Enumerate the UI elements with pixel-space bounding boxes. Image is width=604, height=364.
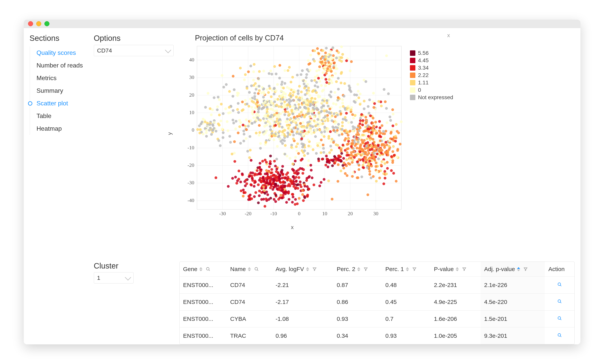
- sort-icon[interactable]: [357, 267, 360, 271]
- sort-icon[interactable]: [517, 267, 520, 271]
- view-action-search-icon[interactable]: [557, 299, 562, 304]
- column-header-action: Action: [545, 262, 574, 277]
- sort-icon[interactable]: [306, 267, 309, 271]
- sidebar-item-scatter-plot[interactable]: Scatter plot: [37, 97, 88, 110]
- cell-name: CD74: [227, 294, 272, 311]
- sidebar-item-label: Summary: [37, 87, 63, 94]
- legend-item: 4.45: [410, 57, 461, 64]
- legend-swatch-icon: [410, 95, 415, 100]
- results-table: GeneNameAvg. logFVPerc. 2Perc. 1P-valueA…: [179, 262, 575, 344]
- table-row: ENST000...TRAC0.960.340.931.0e-2059.3e-2…: [180, 328, 574, 344]
- svg-point-8: [558, 316, 561, 319]
- scatter-plot[interactable]: y: [179, 44, 405, 223]
- cluster-select-value: 1: [97, 275, 101, 281]
- cell-logfv: 0.96: [272, 328, 333, 344]
- cell-name: CD74: [227, 277, 272, 294]
- column-header-adj-p-value[interactable]: Adj. p-value: [481, 262, 545, 277]
- column-header-label: Name: [230, 266, 246, 272]
- sort-icon[interactable]: [199, 267, 202, 271]
- svg-line-11: [560, 336, 561, 337]
- cell-p1: 0.93: [382, 328, 430, 344]
- svg-line-1: [209, 270, 210, 271]
- legend-label: 3.34: [418, 65, 429, 71]
- column-header-label: Perc. 2: [337, 266, 355, 272]
- gene-select[interactable]: CD74: [94, 45, 174, 56]
- anchor-marker-icon: [28, 101, 32, 106]
- legend-item: 3.34: [410, 65, 461, 71]
- sidebar-item-metrics[interactable]: Metrics: [37, 72, 88, 85]
- chart-panel: x Projection of cells by CD74 y x 5.564.…: [179, 34, 575, 231]
- column-header-perc-2[interactable]: Perc. 2: [333, 262, 382, 277]
- column-header-gene[interactable]: Gene: [180, 262, 227, 277]
- column-header-avg-logfv[interactable]: Avg. logFV: [272, 262, 333, 277]
- close-icon[interactable]: x: [447, 32, 450, 38]
- legend-swatch-icon: [410, 65, 415, 71]
- legend-label: 0: [418, 87, 421, 93]
- sidebar-item-number-of-reads[interactable]: Number of reads: [37, 59, 88, 72]
- fullscreen-window-button[interactable]: [44, 21, 50, 26]
- cell-logfv: -1.08: [272, 311, 333, 328]
- x-axis-label: x: [179, 224, 405, 231]
- cell-gene: ENST000...: [180, 294, 227, 311]
- filter-icon[interactable]: [412, 267, 417, 271]
- close-window-button[interactable]: [28, 21, 33, 26]
- svg-point-10: [558, 333, 561, 336]
- view-action-search-icon[interactable]: [557, 333, 562, 338]
- filter-icon[interactable]: [364, 267, 368, 271]
- sidebar-item-label: Table: [37, 112, 51, 119]
- column-header-name[interactable]: Name: [227, 262, 272, 277]
- filter-icon[interactable]: [312, 267, 317, 271]
- cell-gene: ENST000...: [180, 311, 227, 328]
- cell-pv: 1.0e-205: [430, 328, 481, 344]
- sort-icon[interactable]: [456, 267, 459, 271]
- legend-swatch-icon: [410, 80, 415, 85]
- legend-label: 2.22: [418, 72, 429, 78]
- svg-point-2: [255, 267, 258, 270]
- cell-name: CYBA: [227, 311, 272, 328]
- table-row: ENST000...CD74-2.170.860.454.9e-2254.5e-…: [180, 294, 574, 311]
- minimize-window-button[interactable]: [36, 21, 41, 26]
- sidebar-item-quality-scores[interactable]: Quality scores: [37, 47, 88, 59]
- search-icon[interactable]: [206, 267, 211, 272]
- column-header-label: P-value: [434, 266, 454, 272]
- column-header-label: Avg. logFV: [276, 266, 304, 272]
- cell-p1: 0.45: [382, 294, 430, 311]
- sidebar-item-summary[interactable]: Summary: [37, 85, 88, 97]
- filter-icon[interactable]: [462, 267, 466, 271]
- cell-pv: 2.2e-231: [430, 277, 481, 294]
- sort-icon[interactable]: [248, 267, 251, 271]
- sort-icon[interactable]: [406, 267, 409, 271]
- cell-pv: 1.6e-206: [430, 311, 481, 328]
- filter-icon[interactable]: [523, 267, 528, 271]
- legend-item: 5.56: [410, 50, 461, 56]
- anchor-nav: Quality scoresNumber of readsMetricsSumm…: [30, 47, 88, 135]
- view-action-search-icon[interactable]: [557, 316, 562, 321]
- table-row: ENST000...CYBA-1.080.930.71.6e-2061.5e-2…: [180, 311, 574, 328]
- color-legend: 5.564.453.342.221.110Not expressed: [410, 50, 461, 102]
- cell-pv: 4.9e-225: [430, 294, 481, 311]
- search-icon[interactable]: [254, 267, 259, 272]
- cell-apv: 4.5e-220: [481, 294, 545, 311]
- cluster-select[interactable]: 1: [94, 272, 134, 283]
- column-header-p-value[interactable]: P-value: [430, 262, 481, 277]
- cell-p2: 0.87: [333, 277, 382, 294]
- column-header-perc-1[interactable]: Perc. 1: [382, 262, 430, 277]
- legend-label: 5.56: [418, 50, 429, 56]
- svg-point-0: [206, 267, 209, 270]
- legend-swatch-icon: [410, 73, 415, 78]
- sidebar-item-label: Heatmap: [37, 125, 62, 132]
- app-window: Sections Quality scoresNumber of readsMe…: [24, 20, 580, 344]
- sidebar-item-heatmap[interactable]: Heatmap: [37, 122, 88, 135]
- cluster-title: Cluster: [94, 262, 174, 270]
- cell-logfv: -2.21: [272, 277, 333, 294]
- sidebar: Sections Quality scoresNumber of readsMe…: [30, 34, 88, 231]
- view-action-search-icon[interactable]: [557, 282, 562, 287]
- column-header-label: Gene: [183, 266, 197, 272]
- sidebar-title: Sections: [30, 34, 88, 43]
- titlebar: [24, 20, 580, 28]
- options-title: Options: [94, 34, 174, 43]
- cell-p1: 0.7: [382, 311, 430, 328]
- table-row: ENST000...CD74-2.210.870.482.2e-2312.1e-…: [180, 277, 574, 294]
- column-header-label: Perc. 1: [385, 266, 404, 272]
- sidebar-item-table[interactable]: Table: [37, 110, 88, 122]
